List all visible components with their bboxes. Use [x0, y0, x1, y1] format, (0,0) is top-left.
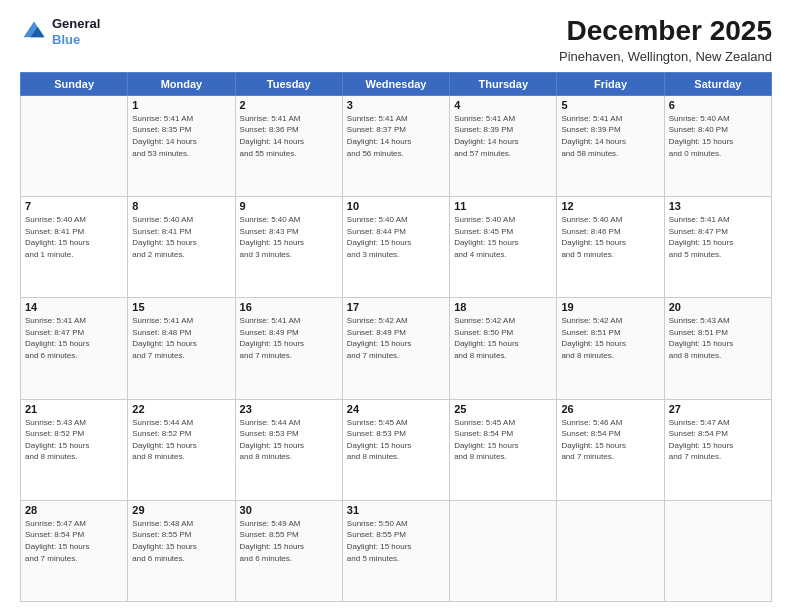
day-number: 10 [347, 200, 445, 212]
day-cell: 11Sunrise: 5:40 AM Sunset: 8:45 PM Dayli… [450, 197, 557, 298]
day-info: Sunrise: 5:40 AM Sunset: 8:43 PM Dayligh… [240, 214, 338, 260]
day-info: Sunrise: 5:41 AM Sunset: 8:47 PM Dayligh… [669, 214, 767, 260]
day-number: 5 [561, 99, 659, 111]
day-info: Sunrise: 5:43 AM Sunset: 8:52 PM Dayligh… [25, 417, 123, 463]
week-row-3: 14Sunrise: 5:41 AM Sunset: 8:47 PM Dayli… [21, 298, 772, 399]
day-cell: 9Sunrise: 5:40 AM Sunset: 8:43 PM Daylig… [235, 197, 342, 298]
subtitle: Pinehaven, Wellington, New Zealand [559, 49, 772, 64]
col-header-sunday: Sunday [21, 72, 128, 95]
week-row-1: 1Sunrise: 5:41 AM Sunset: 8:35 PM Daylig… [21, 95, 772, 196]
day-cell: 3Sunrise: 5:41 AM Sunset: 8:37 PM Daylig… [342, 95, 449, 196]
day-number: 3 [347, 99, 445, 111]
day-cell: 22Sunrise: 5:44 AM Sunset: 8:52 PM Dayli… [128, 399, 235, 500]
logo: General Blue [20, 16, 100, 47]
day-number: 17 [347, 301, 445, 313]
page: General Blue December 2025 Pinehaven, We… [0, 0, 792, 612]
col-header-monday: Monday [128, 72, 235, 95]
day-cell: 8Sunrise: 5:40 AM Sunset: 8:41 PM Daylig… [128, 197, 235, 298]
day-info: Sunrise: 5:40 AM Sunset: 8:46 PM Dayligh… [561, 214, 659, 260]
day-cell: 31Sunrise: 5:50 AM Sunset: 8:55 PM Dayli… [342, 500, 449, 601]
day-info: Sunrise: 5:47 AM Sunset: 8:54 PM Dayligh… [25, 518, 123, 564]
logo-icon [20, 18, 48, 46]
col-header-friday: Friday [557, 72, 664, 95]
day-number: 27 [669, 403, 767, 415]
day-number: 28 [25, 504, 123, 516]
day-info: Sunrise: 5:40 AM Sunset: 8:40 PM Dayligh… [669, 113, 767, 159]
day-info: Sunrise: 5:41 AM Sunset: 8:36 PM Dayligh… [240, 113, 338, 159]
day-info: Sunrise: 5:42 AM Sunset: 8:51 PM Dayligh… [561, 315, 659, 361]
col-header-saturday: Saturday [664, 72, 771, 95]
day-info: Sunrise: 5:41 AM Sunset: 8:48 PM Dayligh… [132, 315, 230, 361]
day-cell: 20Sunrise: 5:43 AM Sunset: 8:51 PM Dayli… [664, 298, 771, 399]
day-number: 20 [669, 301, 767, 313]
day-cell: 1Sunrise: 5:41 AM Sunset: 8:35 PM Daylig… [128, 95, 235, 196]
day-cell: 5Sunrise: 5:41 AM Sunset: 8:39 PM Daylig… [557, 95, 664, 196]
col-header-thursday: Thursday [450, 72, 557, 95]
day-info: Sunrise: 5:40 AM Sunset: 8:41 PM Dayligh… [25, 214, 123, 260]
day-cell: 6Sunrise: 5:40 AM Sunset: 8:40 PM Daylig… [664, 95, 771, 196]
day-info: Sunrise: 5:47 AM Sunset: 8:54 PM Dayligh… [669, 417, 767, 463]
day-info: Sunrise: 5:40 AM Sunset: 8:45 PM Dayligh… [454, 214, 552, 260]
day-number: 21 [25, 403, 123, 415]
day-info: Sunrise: 5:41 AM Sunset: 8:39 PM Dayligh… [454, 113, 552, 159]
day-info: Sunrise: 5:49 AM Sunset: 8:55 PM Dayligh… [240, 518, 338, 564]
day-number: 7 [25, 200, 123, 212]
header-row: SundayMondayTuesdayWednesdayThursdayFrid… [21, 72, 772, 95]
day-cell [450, 500, 557, 601]
day-number: 30 [240, 504, 338, 516]
day-cell: 19Sunrise: 5:42 AM Sunset: 8:51 PM Dayli… [557, 298, 664, 399]
day-info: Sunrise: 5:45 AM Sunset: 8:54 PM Dayligh… [454, 417, 552, 463]
day-info: Sunrise: 5:46 AM Sunset: 8:54 PM Dayligh… [561, 417, 659, 463]
day-number: 9 [240, 200, 338, 212]
day-info: Sunrise: 5:41 AM Sunset: 8:37 PM Dayligh… [347, 113, 445, 159]
day-info: Sunrise: 5:41 AM Sunset: 8:39 PM Dayligh… [561, 113, 659, 159]
day-number: 31 [347, 504, 445, 516]
day-info: Sunrise: 5:45 AM Sunset: 8:53 PM Dayligh… [347, 417, 445, 463]
day-number: 6 [669, 99, 767, 111]
day-number: 24 [347, 403, 445, 415]
day-info: Sunrise: 5:41 AM Sunset: 8:47 PM Dayligh… [25, 315, 123, 361]
day-cell: 18Sunrise: 5:42 AM Sunset: 8:50 PM Dayli… [450, 298, 557, 399]
day-cell: 27Sunrise: 5:47 AM Sunset: 8:54 PM Dayli… [664, 399, 771, 500]
day-number: 25 [454, 403, 552, 415]
day-cell [557, 500, 664, 601]
day-number: 26 [561, 403, 659, 415]
day-number: 8 [132, 200, 230, 212]
day-cell: 30Sunrise: 5:49 AM Sunset: 8:55 PM Dayli… [235, 500, 342, 601]
week-row-5: 28Sunrise: 5:47 AM Sunset: 8:54 PM Dayli… [21, 500, 772, 601]
logo-text: General Blue [52, 16, 100, 47]
day-number: 18 [454, 301, 552, 313]
day-info: Sunrise: 5:48 AM Sunset: 8:55 PM Dayligh… [132, 518, 230, 564]
day-cell: 15Sunrise: 5:41 AM Sunset: 8:48 PM Dayli… [128, 298, 235, 399]
day-info: Sunrise: 5:44 AM Sunset: 8:53 PM Dayligh… [240, 417, 338, 463]
day-cell: 29Sunrise: 5:48 AM Sunset: 8:55 PM Dayli… [128, 500, 235, 601]
header: General Blue December 2025 Pinehaven, We… [20, 16, 772, 64]
day-cell: 16Sunrise: 5:41 AM Sunset: 8:49 PM Dayli… [235, 298, 342, 399]
main-title: December 2025 [559, 16, 772, 47]
day-info: Sunrise: 5:50 AM Sunset: 8:55 PM Dayligh… [347, 518, 445, 564]
day-cell: 23Sunrise: 5:44 AM Sunset: 8:53 PM Dayli… [235, 399, 342, 500]
day-info: Sunrise: 5:41 AM Sunset: 8:49 PM Dayligh… [240, 315, 338, 361]
day-number: 1 [132, 99, 230, 111]
day-cell: 24Sunrise: 5:45 AM Sunset: 8:53 PM Dayli… [342, 399, 449, 500]
day-info: Sunrise: 5:42 AM Sunset: 8:49 PM Dayligh… [347, 315, 445, 361]
day-number: 2 [240, 99, 338, 111]
day-cell: 28Sunrise: 5:47 AM Sunset: 8:54 PM Dayli… [21, 500, 128, 601]
day-number: 14 [25, 301, 123, 313]
col-header-wednesday: Wednesday [342, 72, 449, 95]
day-cell: 7Sunrise: 5:40 AM Sunset: 8:41 PM Daylig… [21, 197, 128, 298]
calendar-body: 1Sunrise: 5:41 AM Sunset: 8:35 PM Daylig… [21, 95, 772, 601]
day-number: 19 [561, 301, 659, 313]
day-number: 13 [669, 200, 767, 212]
week-row-4: 21Sunrise: 5:43 AM Sunset: 8:52 PM Dayli… [21, 399, 772, 500]
day-number: 23 [240, 403, 338, 415]
day-info: Sunrise: 5:40 AM Sunset: 8:44 PM Dayligh… [347, 214, 445, 260]
day-cell: 17Sunrise: 5:42 AM Sunset: 8:49 PM Dayli… [342, 298, 449, 399]
title-block: December 2025 Pinehaven, Wellington, New… [559, 16, 772, 64]
day-number: 29 [132, 504, 230, 516]
calendar-header: SundayMondayTuesdayWednesdayThursdayFrid… [21, 72, 772, 95]
day-cell: 26Sunrise: 5:46 AM Sunset: 8:54 PM Dayli… [557, 399, 664, 500]
day-number: 11 [454, 200, 552, 212]
day-cell: 14Sunrise: 5:41 AM Sunset: 8:47 PM Dayli… [21, 298, 128, 399]
day-cell: 4Sunrise: 5:41 AM Sunset: 8:39 PM Daylig… [450, 95, 557, 196]
